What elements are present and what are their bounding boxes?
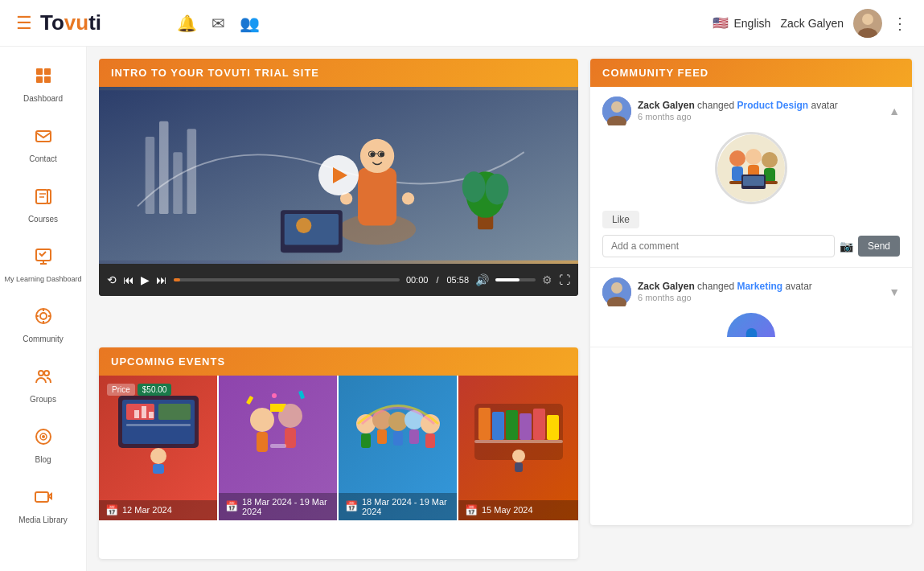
- price-label: Price: [107, 384, 135, 396]
- event-illustration-4: [458, 376, 578, 480]
- svg-rect-21: [187, 129, 197, 214]
- svg-point-15: [42, 435, 45, 438]
- feed-action-suffix-2: avatar: [785, 281, 811, 292]
- play-pause-button[interactable]: ▶: [141, 273, 150, 286]
- svg-rect-59: [126, 424, 191, 426]
- feed-user-info-2: Zack Galyen changed Marketing avatar 6 m…: [638, 281, 882, 303]
- video-section: INTRO TO YOUR TOVUTI TRIAL SITE: [99, 59, 578, 335]
- kebab-menu[interactable]: ⋮: [892, 14, 908, 33]
- like-button[interactable]: Like: [602, 211, 639, 228]
- progress-bar[interactable]: [174, 278, 400, 281]
- svg-rect-48: [764, 168, 775, 183]
- fast-forward-button[interactable]: ⏭: [156, 273, 167, 286]
- svg-rect-20: [173, 152, 183, 214]
- feed-image-container: [602, 132, 900, 204]
- event-card-2[interactable]: 📅 18 Mar 2024 - 19 Mar 2024: [219, 376, 339, 520]
- topbar-right: 🇺🇸 English Zack Galyen ⋮: [713, 9, 908, 38]
- topbar-icons: 🔔 ✉ 👥: [177, 14, 260, 33]
- send-button[interactable]: Send: [858, 236, 900, 257]
- feed-username: Zack Galyen: [638, 100, 695, 111]
- volume-button[interactable]: 🔊: [475, 273, 489, 286]
- svg-point-63: [150, 448, 166, 464]
- sidebar-label-contact: Contact: [29, 154, 56, 164]
- chevron-up-icon[interactable]: ▲: [889, 105, 900, 117]
- messages-icon[interactable]: ✉: [211, 14, 225, 33]
- svg-rect-60: [134, 410, 139, 418]
- chevron-down-icon[interactable]: ▼: [889, 286, 900, 298]
- prev-button[interactable]: ⏮: [123, 273, 134, 286]
- progress-fill: [174, 278, 180, 281]
- sidebar-item-media-library[interactable]: Media Library: [0, 476, 86, 536]
- event-card[interactable]: Price $50.00: [99, 376, 219, 520]
- event-footer: 📅 12 Mar 2024: [99, 500, 217, 520]
- svg-point-45: [745, 149, 762, 165]
- svg-rect-66: [257, 432, 268, 452]
- time-separator: /: [436, 275, 438, 285]
- volume-bar[interactable]: [495, 278, 536, 281]
- svg-rect-69: [246, 396, 253, 405]
- feed-user-row-2: Zack Galyen changed Marketing avatar 6 m…: [602, 277, 900, 306]
- feed-avatar-2: [602, 277, 631, 306]
- calendar-icon: 📅: [105, 504, 118, 516]
- total-time: 05:58: [446, 275, 469, 285]
- video-background: [99, 87, 578, 264]
- svg-point-43: [729, 150, 745, 166]
- community-feed-section: COMMUNITY FEED Zack Galyen: [590, 59, 912, 525]
- svg-rect-16: [35, 492, 48, 502]
- hamburger-button[interactable]: ☰: [16, 13, 32, 34]
- play-button[interactable]: [318, 155, 359, 195]
- svg-rect-68: [285, 428, 296, 448]
- svg-rect-61: [142, 406, 146, 418]
- svg-rect-62: [149, 412, 154, 418]
- sidebar-item-courses[interactable]: Courses: [0, 175, 86, 236]
- svg-rect-78: [393, 431, 403, 446]
- feed-item-preview: 👤: [602, 313, 900, 337]
- sidebar-label-groups: Groups: [30, 395, 56, 405]
- notifications-icon[interactable]: 🔔: [177, 14, 197, 33]
- svg-rect-6: [44, 76, 51, 83]
- sidebar-item-contact[interactable]: Contact: [0, 115, 86, 175]
- sidebar-item-dashboard[interactable]: Dashboard: [0, 55, 86, 115]
- feed-link[interactable]: Product Design: [737, 100, 808, 111]
- sidebar-item-my-learning[interactable]: My Learning Dashboard: [0, 236, 86, 295]
- camera-icon[interactable]: 📷: [840, 240, 853, 253]
- courses-icon: [34, 187, 53, 211]
- svg-rect-5: [36, 76, 43, 83]
- sidebar-item-blog[interactable]: Blog: [0, 416, 86, 476]
- sidebar-item-groups[interactable]: Groups: [0, 355, 86, 416]
- user-name: Zack Galyen: [780, 17, 844, 30]
- svg-rect-90: [474, 440, 563, 443]
- svg-point-71: [272, 393, 277, 398]
- comment-input[interactable]: [602, 235, 835, 257]
- rewind-button[interactable]: ⟲: [107, 273, 117, 286]
- event-card-3[interactable]: 📅 18 Mar 2024 - 19 Mar 2024: [339, 376, 458, 520]
- svg-rect-80: [409, 429, 419, 444]
- settings-button[interactable]: ⚙: [542, 273, 552, 286]
- video-controls: ⟲ ⏮ ▶ ⏭ 00:00 / 05:58 🔊: [99, 264, 578, 296]
- svg-point-12: [39, 371, 43, 376]
- sidebar-label-blog: Blog: [35, 455, 51, 465]
- groups-icon: [34, 367, 53, 391]
- event-card-4[interactable]: 📅 15 May 2024: [458, 376, 578, 520]
- feed-link-2[interactable]: Marketing: [737, 281, 782, 292]
- svg-point-1: [862, 14, 873, 25]
- svg-rect-82: [425, 433, 435, 448]
- svg-rect-7: [36, 131, 51, 142]
- event-footer-4: 📅 15 May 2024: [458, 500, 578, 520]
- avatar[interactable]: [853, 9, 882, 38]
- svg-rect-3: [36, 68, 43, 75]
- svg-rect-87: [519, 413, 532, 440]
- feed-user-info: Zack Galyen changed Product Design avata…: [638, 100, 882, 122]
- svg-rect-85: [492, 412, 504, 440]
- users-icon[interactable]: 👥: [240, 14, 260, 33]
- feed-actions: Like 📷 Send: [602, 211, 900, 257]
- svg-rect-92: [515, 462, 523, 472]
- fullscreen-button[interactable]: ⛶: [559, 273, 570, 286]
- language-selector[interactable]: 🇺🇸 English: [713, 15, 770, 31]
- language-label: English: [733, 17, 770, 30]
- main-content: INTRO TO YOUR TOVUTI TRIAL SITE: [87, 47, 924, 571]
- sidebar-item-community[interactable]: Community: [0, 295, 86, 355]
- feed-item: Zack Galyen changed Marketing avatar 6 m…: [590, 268, 912, 347]
- event-date-3: 18 Mar 2024 - 19 Mar 2024: [362, 497, 450, 516]
- price-value: $50.00: [138, 384, 172, 396]
